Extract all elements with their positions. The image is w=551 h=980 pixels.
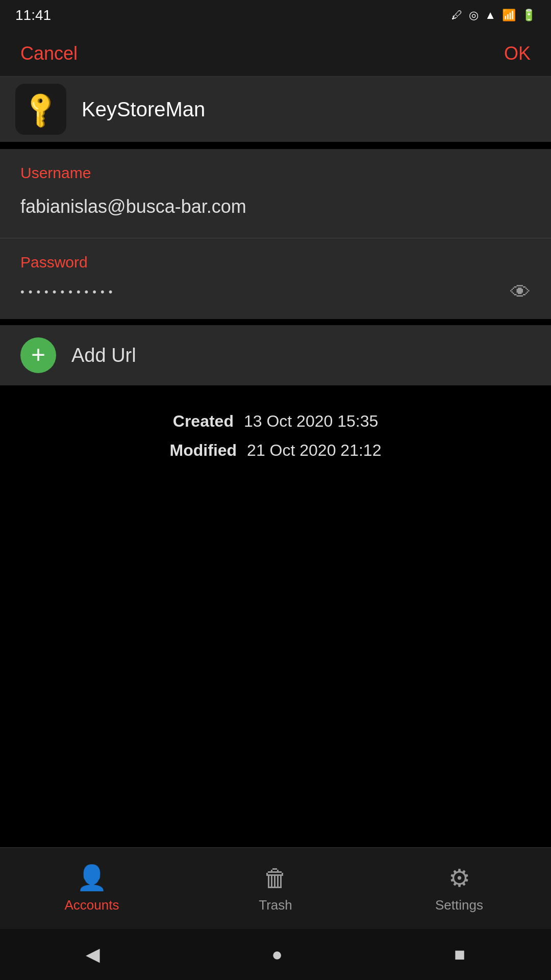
app-icon: 🔑 (15, 84, 66, 135)
status-time: 11:41 (15, 7, 51, 23)
status-icons: 🖊 ◎ ▲ 📶 🔋 (452, 9, 536, 22)
section-divider-1 (0, 143, 551, 149)
recents-button[interactable]: ■ (454, 944, 465, 965)
modified-label: Modified (170, 441, 237, 460)
nav-trash[interactable]: 🗑 Trash (224, 864, 327, 913)
modified-row: Modified 21 Oct 2020 21:12 (170, 441, 382, 460)
accounts-icon: 👤 (77, 864, 107, 892)
cancel-button[interactable]: Cancel (20, 43, 78, 64)
created-value: 13 Oct 2020 15:35 (244, 412, 378, 431)
ok-button[interactable]: OK (504, 43, 531, 64)
app-name: KeyStoreMan (82, 98, 205, 121)
settings-label: Settings (435, 897, 483, 913)
username-value[interactable]: fabianislas@busca-bar.com (20, 191, 531, 223)
back-button[interactable]: ◀ (86, 944, 100, 965)
battery-icon: 🔋 (522, 9, 536, 22)
action-bar: Cancel OK (0, 31, 551, 77)
username-section: Username fabianislas@busca-bar.com (0, 149, 551, 238)
password-label: Password (20, 254, 531, 271)
add-url-section[interactable]: + Add Url (0, 325, 551, 386)
accounts-label: Accounts (65, 897, 119, 913)
modified-value: 21 Oct 2020 21:12 (247, 441, 381, 460)
nav-accounts[interactable]: 👤 Accounts (41, 864, 143, 913)
wifi-icon: ▲ (485, 9, 496, 22)
add-url-button[interactable]: + (20, 337, 56, 373)
bottom-nav: 👤 Accounts 🗑 Trash ⚙ Settings (0, 847, 551, 929)
trash-icon: 🗑 (263, 864, 288, 892)
toggle-password-icon[interactable]: 👁 (510, 281, 531, 304)
password-row: •••••••••••• 👁 (20, 280, 531, 304)
sim-card-icon: 🖊 (452, 9, 463, 22)
add-url-label: Add Url (71, 345, 136, 366)
metadata-section: Created 13 Oct 2020 15:35 Modified 21 Oc… (0, 386, 551, 485)
password-section: Password •••••••••••• 👁 (0, 238, 551, 319)
location-icon: ◎ (469, 9, 479, 22)
home-button[interactable]: ● (271, 944, 283, 965)
nav-settings[interactable]: ⚙ Settings (408, 864, 510, 913)
created-label: Created (173, 412, 234, 431)
app-header: 🔑 KeyStoreMan (0, 77, 551, 143)
plus-icon: + (31, 342, 45, 367)
trash-label: Trash (259, 897, 292, 913)
status-bar: 11:41 🖊 ◎ ▲ 📶 🔋 (0, 0, 551, 31)
section-divider-2 (0, 319, 551, 325)
key-icon: 🔑 (19, 88, 63, 131)
username-label: Username (20, 164, 531, 182)
password-value[interactable]: •••••••••••• (20, 280, 116, 304)
signal-icon: 📶 (502, 9, 516, 22)
settings-icon: ⚙ (448, 864, 470, 892)
system-nav: ◀ ● ■ (0, 929, 551, 980)
created-row: Created 13 Oct 2020 15:35 (173, 412, 378, 431)
